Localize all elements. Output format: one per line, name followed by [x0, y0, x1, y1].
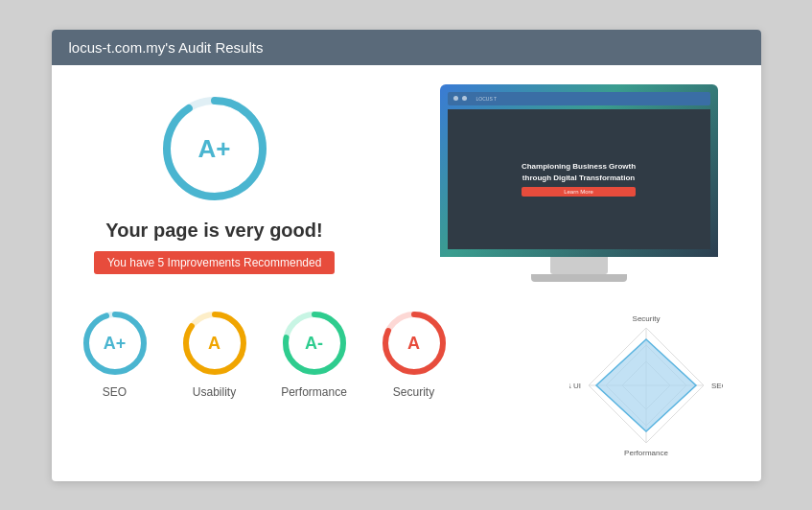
metric-circle-security: A: [380, 309, 449, 378]
monitor-stand: [550, 257, 608, 274]
metrics-list: A+ SEO A Usability A- Performance: [81, 309, 560, 399]
header-title: locus-t.com.my's Audit Results: [69, 39, 264, 56]
metric-security: A Security: [380, 309, 449, 399]
svg-marker-15: [596, 339, 696, 431]
main-grade-value: A+: [198, 134, 231, 164]
svg-text:Security: Security: [632, 314, 660, 323]
metric-circle-usability: A: [180, 309, 249, 378]
metric-performance: A- Performance: [280, 309, 349, 399]
metric-label-seo: SEO: [103, 385, 127, 399]
card-header: locus-t.com.my's Audit Results: [52, 30, 761, 65]
monitor-base: [531, 274, 627, 282]
radar-svg: Security SEO Performance Mobile & UI: [569, 309, 723, 462]
top-section: A+ Your page is very good! You have 5 Im…: [81, 84, 732, 282]
card-body: A+ Your page is very good! You have 5 Im…: [52, 65, 761, 481]
monitor-screen: LOCUS T Championing Business Growththrou…: [440, 84, 718, 257]
metric-label-security: Security: [393, 385, 434, 399]
metric-seo: A+ SEO: [81, 309, 150, 399]
svg-text:Performance: Performance: [624, 449, 668, 457]
monitor-cta: Learn More: [522, 187, 636, 197]
improvements-badge: You have 5 Improvements Recommended: [94, 251, 336, 274]
left-panel: A+ Your page is very good! You have 5 Im…: [81, 91, 349, 274]
metric-grade-usability: A: [208, 333, 220, 353]
metric-circle-performance: A-: [280, 309, 349, 378]
metric-circle-seo: A+: [81, 309, 150, 378]
monitor-content: Championing Business Growththrough Digit…: [522, 161, 636, 196]
monitor-panel: LOCUS T Championing Business Growththrou…: [426, 84, 732, 282]
nav-dot-1: [453, 96, 458, 101]
monitor-inner: LOCUS T Championing Business Growththrou…: [440, 84, 718, 257]
main-message: Your page is very good!: [105, 220, 322, 242]
metric-grade-performance: A-: [305, 333, 323, 353]
radar-chart-area: Security SEO Performance Mobile & UI: [560, 309, 732, 462]
monitor: LOCUS T Championing Business Growththrou…: [440, 84, 718, 282]
main-grade-circle: A+: [157, 91, 272, 206]
bottom-section: A+ SEO A Usability A- Performance: [81, 309, 732, 462]
metric-usability: A Usability: [180, 309, 249, 399]
audit-card: locus-t.com.my's Audit Results A+ Your p…: [52, 30, 761, 481]
svg-text:SEO: SEO: [711, 382, 723, 390]
metric-grade-security: A: [407, 333, 420, 353]
svg-text:Mobile & UI: Mobile & UI: [569, 382, 581, 390]
monitor-nav: LOCUS T: [448, 92, 710, 105]
monitor-hero-text: Championing Business Growththrough Digit…: [522, 161, 636, 182]
monitor-nav-brand: LOCUS T: [476, 96, 498, 102]
nav-dot-2: [462, 96, 467, 101]
metric-label-performance: Performance: [281, 385, 347, 399]
metric-grade-seo: A+: [104, 333, 127, 353]
monitor-hero: Championing Business Growththrough Digit…: [448, 109, 710, 249]
metric-label-usability: Usability: [193, 385, 236, 399]
